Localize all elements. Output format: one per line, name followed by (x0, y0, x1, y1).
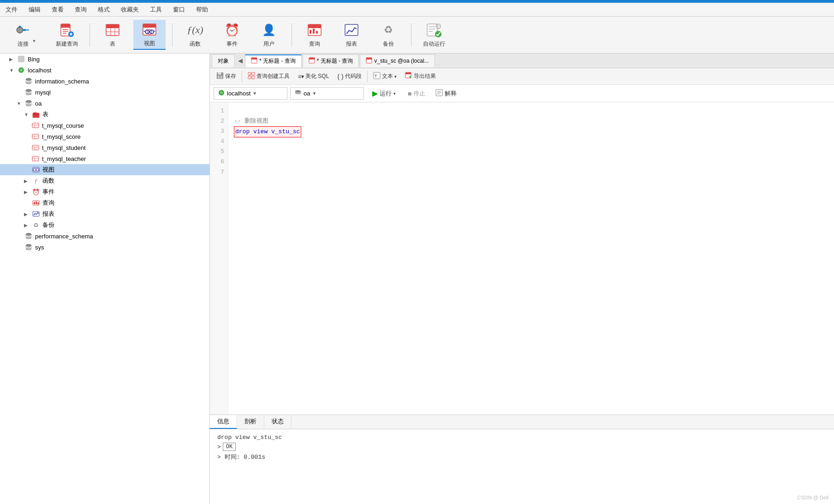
beautify-sql-button[interactable]: ≡▾ 美化 SQL (295, 71, 332, 82)
sidebar-item-performance-schema[interactable]: performance_schema (0, 231, 209, 242)
tab-query-1[interactable]: * 无标题 - 查询 (245, 54, 302, 67)
sidebar-item-t-mysql-score[interactable]: t_mysql_score (0, 131, 209, 142)
sidebar-item-sys[interactable]: sys (0, 242, 209, 253)
query-builder-button[interactable]: 查询创建工具 (245, 71, 292, 82)
editor-area[interactable]: 1 2 3 4 5 6 7 -- 删除视图 drop view v_stu_sc (210, 102, 834, 415)
toolbar-table[interactable]: 表 (96, 20, 129, 50)
right-panel: 对象 ◀ * 无标题 - 查询 * 无标题 - 查询 v_stu_sc @oa … (210, 53, 834, 504)
svg-point-45 (26, 78, 31, 81)
qtoolbar-div-1 (242, 71, 242, 82)
tab-bar: 对象 ◀ * 无标题 - 查询 * 无标题 - 查询 v_stu_sc @oa … (210, 53, 834, 68)
performance-schema-label: performance_schema (35, 233, 93, 240)
sidebar-item-bing[interactable]: ▶ Bing (0, 53, 209, 65)
code-snippet-icon: ( ) (337, 73, 343, 80)
result-line-1: drop view v_stu_sc (217, 434, 827, 441)
code-line-2: -- 删除视图 (234, 116, 828, 126)
sidebar-item-oa[interactable]: ▼ oa (0, 98, 209, 109)
stop-button[interactable]: ■ 停止 (404, 88, 429, 100)
svg-rect-9 (61, 24, 70, 28)
toolbar-view[interactable]: 视图 (133, 20, 166, 50)
run-button[interactable]: ▶ 运行 ▾ (367, 87, 401, 100)
tab-query-2-icon (309, 57, 315, 65)
host-selector[interactable]: localhost ▼ (214, 87, 287, 100)
save-button[interactable]: 保存 (214, 71, 239, 82)
menu-file[interactable]: 文件 (4, 5, 19, 15)
save-label: 保存 (225, 72, 236, 80)
tab-view-designer[interactable]: v_stu_sc @oa (local... (360, 54, 435, 67)
tab-object[interactable]: 对象 (212, 54, 235, 67)
svg-rect-56 (32, 123, 39, 128)
toolbar-user[interactable]: 👤 用户 (253, 20, 285, 50)
menu-favorites[interactable]: 收藏夹 (119, 5, 141, 15)
backup-icon: ♻ (380, 22, 397, 38)
menu-query[interactable]: 查询 (73, 5, 89, 15)
tables-folder-label: 表 (42, 110, 48, 119)
localhost-expand-arrow: ▼ (9, 68, 15, 73)
toolbar-autorun[interactable]: 自动运行 (418, 20, 450, 50)
functions-expand: ▶ (24, 178, 30, 184)
explain-icon (435, 89, 443, 98)
sidebar-item-localhost[interactable]: ▼ localhost (0, 65, 209, 76)
text-button[interactable]: T 文本 ▾ (370, 71, 399, 82)
database-selector[interactable]: oa ▼ (290, 87, 364, 100)
bottom-tab-profile[interactable]: 剖析 (237, 415, 264, 429)
svg-rect-22 (143, 24, 156, 28)
tab-view-designer-label: v_stu_sc @oa (local... (374, 58, 429, 64)
toolbar-divider-4 (411, 24, 411, 47)
svg-point-5 (19, 26, 21, 28)
sidebar-item-views-folder[interactable]: 视图 (0, 164, 209, 175)
explain-button[interactable]: 解释 (432, 87, 460, 100)
perf-schema-icon (24, 232, 33, 240)
code-snippet-label: 代码段 (345, 72, 362, 80)
code-line-5 (234, 148, 828, 158)
bottom-tab-status[interactable]: 状态 (264, 415, 292, 429)
menu-view[interactable]: 查看 (50, 5, 66, 15)
export-button[interactable]: 导出结果 (402, 71, 439, 82)
query-builder-label: 查询创建工具 (256, 72, 290, 80)
sidebar-item-t-mysql-course[interactable]: t_mysql_course (0, 120, 209, 131)
tab-scroll-arrow[interactable]: ◀ (236, 54, 245, 67)
menu-tools[interactable]: 工具 (148, 5, 164, 15)
sidebar-item-reports-folder[interactable]: ▶ 报表 (0, 208, 209, 219)
sidebar-item-tables-folder[interactable]: ▼ 表 (0, 109, 209, 120)
toolbar-event[interactable]: ⏰ 事件 (216, 20, 248, 50)
toolbar-query[interactable]: 查询 (298, 20, 331, 50)
tab-query-1-icon (251, 57, 257, 65)
menu-help[interactable]: 帮助 (194, 5, 210, 15)
table-row-icon-1 (31, 121, 40, 130)
code-line-1 (234, 106, 828, 116)
bottom-tab-info[interactable]: 信息 (210, 415, 237, 429)
menu-window[interactable]: 窗口 (171, 5, 187, 15)
sidebar-item-events-folder[interactable]: ▶ ⏰ 事件 (0, 186, 209, 197)
menu-format[interactable]: 格式 (96, 5, 112, 15)
sidebar-item-t-mysql-teacher[interactable]: t_mysql_teacher (0, 153, 209, 164)
toolbar-new-query[interactable]: 新建查询 (51, 20, 83, 50)
sidebar-item-functions-folder[interactable]: ▶ ƒ 函数 (0, 175, 209, 186)
export-icon (405, 72, 412, 81)
view-icon (141, 21, 158, 38)
toolbar-function[interactable]: ƒ(x) 函数 (179, 20, 211, 50)
svg-rect-75 (37, 202, 39, 204)
toolbar-connect[interactable]: 连接 ▼ (5, 20, 46, 50)
toolbar-report[interactable]: 报表 (335, 20, 368, 50)
sidebar-item-queries-folder[interactable]: 查询 (0, 197, 209, 208)
sys-icon (24, 243, 33, 251)
backup-folder-label: 备份 (42, 221, 54, 229)
report-label: 报表 (346, 40, 357, 48)
sidebar-item-backup-folder[interactable]: ▶ ♻ 备份 (0, 219, 209, 231)
tab-query-2[interactable]: * 无标题 - 查询 (303, 54, 359, 67)
code-editor[interactable]: -- 删除视图 drop view v_stu_sc (228, 102, 834, 415)
sidebar-item-mysql[interactable]: mysql (0, 87, 209, 98)
sidebar-item-t-mysql-student[interactable]: t_mysql_student (0, 142, 209, 153)
svg-rect-90 (219, 76, 221, 78)
reports-expand: ▶ (24, 212, 30, 217)
svg-rect-62 (32, 145, 39, 150)
menu-edit[interactable]: 编辑 (27, 5, 42, 15)
svg-point-78 (26, 237, 31, 239)
run-icon: ▶ (372, 89, 378, 98)
code-line-6 (234, 158, 828, 168)
toolbar-backup[interactable]: ♻ 备份 (372, 20, 405, 50)
code-snippet-button[interactable]: ( ) 代码段 (334, 71, 364, 82)
sidebar-item-information-schema[interactable]: information_schema (0, 76, 209, 87)
run-label: 运行 (380, 89, 392, 98)
